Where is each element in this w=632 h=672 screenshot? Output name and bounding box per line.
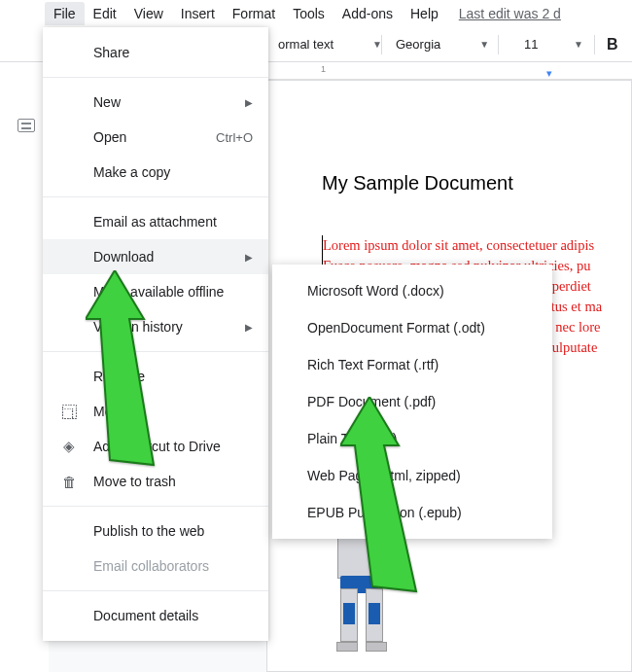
file-menu-dropdown: Share New▶ OpenCtrl+O Make a copy Email … [43, 27, 268, 641]
menu-make-copy[interactable]: Make a copy [43, 155, 268, 190]
download-pdf[interactable]: PDF Document (.pdf) [272, 383, 552, 420]
menu-move-to-trash[interactable]: 🗑Move to trash [43, 464, 268, 499]
divider [43, 590, 268, 591]
font-select[interactable]: Georgia ▼ [386, 33, 499, 55]
trash-icon: 🗑 [60, 473, 78, 490]
ruler-tick: 1 [321, 64, 326, 74]
download-epub[interactable]: EPUB Publication (.epub) [272, 494, 552, 531]
separator [594, 35, 595, 54]
indent-marker-icon[interactable]: ▾ [546, 67, 552, 80]
menu-share[interactable]: Share [43, 35, 268, 70]
download-odt[interactable]: OpenDocument Format (.odt) [272, 309, 552, 346]
menu-move[interactable]: ⿹Move [43, 394, 268, 429]
chevron-down-icon: ▼ [574, 39, 583, 50]
outline-icon[interactable] [18, 119, 35, 132]
separator [498, 35, 499, 54]
chevron-right-icon: ▶ [245, 252, 253, 263]
menubar: File Edit View Insert Format Tools Add-o… [0, 0, 632, 27]
menu-new[interactable]: New▶ [43, 85, 268, 120]
menu-document-details[interactable]: Document details [43, 598, 268, 633]
document-title[interactable]: My Sample Document [322, 172, 631, 195]
menu-download[interactable]: Download▶ [43, 239, 268, 274]
menu-format[interactable]: Format [224, 2, 284, 25]
menu-insert[interactable]: Insert [172, 2, 224, 25]
download-html[interactable]: Web Page (.html, zipped) [272, 457, 552, 494]
divider [43, 77, 268, 78]
drive-icon: ◈ [60, 438, 78, 455]
separator [381, 35, 382, 54]
chevron-right-icon: ▶ [245, 322, 253, 333]
menu-version-history[interactable]: Version history▶ [43, 309, 268, 344]
paragraph-style-label: ormal text [278, 37, 334, 52]
download-txt[interactable]: Plain Text (.txt) [272, 420, 552, 457]
divider [43, 196, 268, 197]
last-edit-link[interactable]: Last edit was 2 d [459, 6, 561, 21]
chevron-right-icon: ▶ [245, 97, 253, 108]
download-docx[interactable]: Microsoft Word (.docx) [272, 272, 552, 309]
menu-tools[interactable]: Tools [284, 2, 334, 25]
menu-file[interactable]: File [45, 2, 85, 25]
menu-available-offline[interactable]: Make available offline [43, 274, 268, 309]
menu-view[interactable]: View [125, 2, 172, 25]
menu-rename[interactable]: Rename [43, 359, 268, 394]
chevron-down-icon: ▼ [479, 39, 489, 50]
robot-image [294, 535, 430, 671]
menu-publish-web[interactable]: Publish to the web [43, 513, 268, 548]
font-size-label: 11 [524, 37, 538, 52]
shortcut-label: Ctrl+O [216, 130, 253, 145]
download-submenu: Microsoft Word (.docx) OpenDocument Form… [272, 265, 552, 539]
menu-email-collaborators: Email collaborators [43, 548, 268, 584]
divider [43, 506, 268, 507]
menu-edit[interactable]: Edit [85, 2, 125, 25]
divider [43, 351, 268, 352]
ruler[interactable]: ▾ 1 [268, 62, 632, 80]
paragraph-style-select[interactable]: ormal text ▼ [268, 33, 392, 55]
menu-help[interactable]: Help [402, 2, 447, 25]
download-rtf[interactable]: Rich Text Format (.rtf) [272, 346, 552, 383]
menu-add-shortcut-drive[interactable]: ◈Add shortcut to Drive [43, 429, 268, 464]
bold-button[interactable]: B [601, 32, 624, 57]
menu-addons[interactable]: Add-ons [334, 2, 402, 25]
font-size-select[interactable]: 11 [518, 33, 544, 55]
font-label: Georgia [396, 37, 440, 52]
menu-email-attachment[interactable]: Email as attachment [43, 204, 268, 239]
menu-open[interactable]: OpenCtrl+O [43, 120, 268, 155]
folder-move-icon: ⿹ [60, 403, 78, 420]
